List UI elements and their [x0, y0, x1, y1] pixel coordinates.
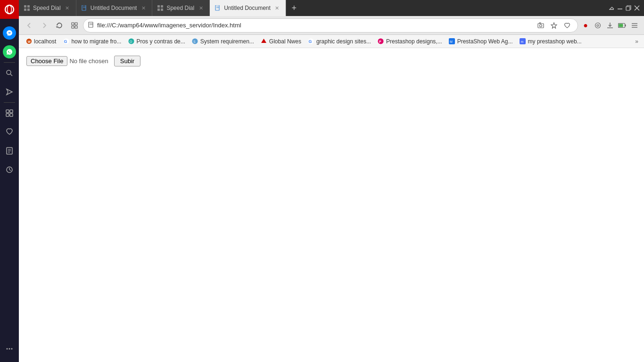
clock-sidebar-icon[interactable] — [0, 160, 19, 179]
bookmark-system[interactable]: S System requiremen... — [189, 37, 257, 46]
toolbar-right: ● — [580, 20, 640, 31]
bookmark-my-ps[interactable]: m my prestashop web... — [517, 37, 585, 46]
toolbar: ● — [19, 16, 644, 35]
heart-btn[interactable] — [561, 20, 573, 31]
bookmark-favicon-ps-web: M — [449, 38, 455, 45]
bookmark-favicon-system: S — [192, 38, 198, 45]
svg-rect-38 — [72, 23, 74, 25]
bookmark-label-graphic: graphic design sites... — [316, 38, 371, 45]
record-btn[interactable]: ● — [580, 20, 591, 31]
svg-point-2 — [7, 70, 11, 74]
window-controls — [604, 0, 644, 16]
tab-close-3[interactable]: ✕ — [197, 4, 205, 12]
search-sidebar-icon[interactable] — [0, 64, 19, 82]
tab-close-4[interactable]: ✕ — [273, 4, 281, 12]
minimize-button[interactable] — [608, 5, 615, 11]
menu-btn[interactable] — [629, 20, 640, 31]
svg-rect-7 — [6, 114, 9, 116]
address-actions — [535, 20, 573, 31]
bookmark-label-pros: Pros y contras de... — [136, 38, 185, 45]
bookmark-prestashop[interactable]: P Prestashop designs,... — [375, 37, 445, 46]
reload-button[interactable] — [53, 19, 66, 32]
whatsapp-badge — [3, 45, 16, 58]
file-chosen-text: No file chosen — [69, 58, 108, 65]
bookmark-favicon-my-ps: m — [520, 38, 526, 45]
svg-line-3 — [10, 74, 12, 76]
address-bar[interactable] — [83, 18, 578, 33]
more-sidebar-icon[interactable] — [0, 339, 19, 358]
file-upload-form: Choose File No file chosen Subir — [26, 56, 636, 66]
tab-untitled-1[interactable]: Untitled Document ✕ — [76, 0, 153, 16]
svg-text:P: P — [379, 40, 381, 43]
whatsapp-sidebar-icon[interactable] — [0, 42, 19, 61]
svg-rect-54 — [625, 25, 626, 26]
svg-text:m: m — [521, 40, 524, 43]
screenshot-btn[interactable] — [535, 20, 546, 31]
tab-untitled-2[interactable]: Untitled Document ✕ — [210, 0, 286, 16]
bookmark-pros[interactable]: O Pros y contras de... — [125, 37, 188, 46]
svg-text:G: G — [309, 39, 312, 44]
svg-point-49 — [595, 23, 601, 28]
divider-2 — [4, 102, 15, 103]
svg-text:G: G — [64, 39, 67, 44]
bookmark-migrate[interactable]: G how to migrate fro... — [60, 37, 124, 46]
forward-button[interactable] — [38, 19, 51, 32]
tab-speed-dial-1[interactable]: Speed Dial ✕ — [19, 0, 76, 16]
close-button[interactable] — [634, 5, 640, 11]
svg-point-16 — [7, 348, 8, 350]
svg-rect-35 — [626, 7, 630, 10]
tab-grid-button[interactable] — [68, 19, 81, 32]
svg-point-18 — [11, 348, 13, 350]
bookmark-favicon-localhost: W — [25, 38, 32, 45]
svg-marker-4 — [7, 89, 12, 95]
bookmark-label-ps-web: PrestaShop Web Ag... — [457, 38, 513, 45]
vpn-btn[interactable] — [592, 20, 603, 31]
bookmark-favicon-graphic: G — [308, 38, 314, 45]
divider-1 — [4, 62, 15, 63]
address-input[interactable] — [97, 22, 532, 29]
svg-rect-29 — [161, 8, 163, 11]
bookmarks-more-button[interactable]: » — [633, 37, 640, 46]
bookmark-btn[interactable] — [548, 20, 560, 31]
messenger-sidebar-icon[interactable] — [0, 24, 19, 42]
bookmark-label-prestashop: Prestashop designs,... — [386, 38, 442, 45]
browser-window: Speed Dial ✕ Untitled Document ✕ Speed D… — [19, 0, 644, 362]
svg-line-15 — [9, 170, 11, 171]
bookmark-localhost[interactable]: W localhost — [23, 37, 59, 46]
tab-favicon-3 — [157, 5, 164, 11]
tab-title-3: Speed Dial — [166, 5, 194, 11]
tab-title-1: Speed Dial — [33, 5, 61, 11]
opera-logo[interactable] — [0, 0, 19, 19]
tab-close-1[interactable]: ✕ — [64, 4, 71, 12]
tab-close-2[interactable]: ✕ — [140, 4, 147, 12]
snippet-sidebar-icon[interactable] — [0, 141, 19, 160]
bookmark-label-global: Global Nwes — [269, 38, 301, 45]
svg-point-0 — [5, 5, 14, 14]
svg-marker-48 — [551, 23, 557, 28]
svg-rect-22 — [27, 8, 30, 11]
svg-text:O: O — [130, 40, 132, 43]
bookmark-favicon-prestashop: P — [378, 38, 384, 45]
choose-file-button[interactable]: Choose File — [26, 56, 67, 66]
svg-rect-45 — [538, 24, 544, 28]
submit-button[interactable]: Subir — [114, 56, 140, 66]
svg-rect-39 — [75, 23, 77, 25]
tab-speed-dial-2[interactable]: Speed Dial ✕ — [152, 0, 210, 16]
svg-rect-41 — [75, 26, 77, 28]
minimize-window-button[interactable] — [617, 5, 623, 11]
svg-text:W: W — [27, 40, 31, 43]
grid-sidebar-icon[interactable] — [0, 104, 19, 123]
svg-point-50 — [597, 25, 599, 26]
bookmark-global[interactable]: Global Nwes — [258, 37, 304, 46]
battery-btn[interactable] — [617, 20, 628, 31]
heart-sidebar-icon[interactable] — [0, 123, 19, 141]
send-sidebar-icon[interactable] — [0, 82, 19, 101]
bookmark-favicon-migrate: G — [63, 38, 69, 45]
bookmark-ps-web[interactable]: M PrestaShop Web Ag... — [446, 37, 516, 46]
new-tab-button[interactable]: + — [286, 0, 302, 16]
bookmark-graphic[interactable]: G graphic design sites... — [305, 37, 374, 46]
download-btn[interactable] — [604, 20, 616, 31]
sidebar — [0, 0, 19, 362]
restore-button[interactable] — [625, 5, 632, 11]
back-button[interactable] — [23, 19, 36, 32]
